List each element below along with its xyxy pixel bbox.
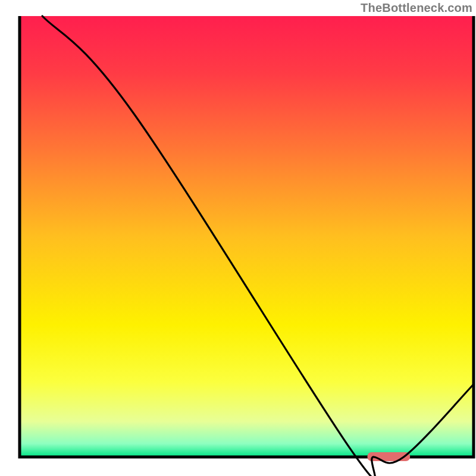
bottleneck-chart [0,0,476,476]
chart-root: TheBottleneck.com [0,0,476,476]
watermark-text: TheBottleneck.com [361,1,472,15]
plot-background [20,16,474,457]
